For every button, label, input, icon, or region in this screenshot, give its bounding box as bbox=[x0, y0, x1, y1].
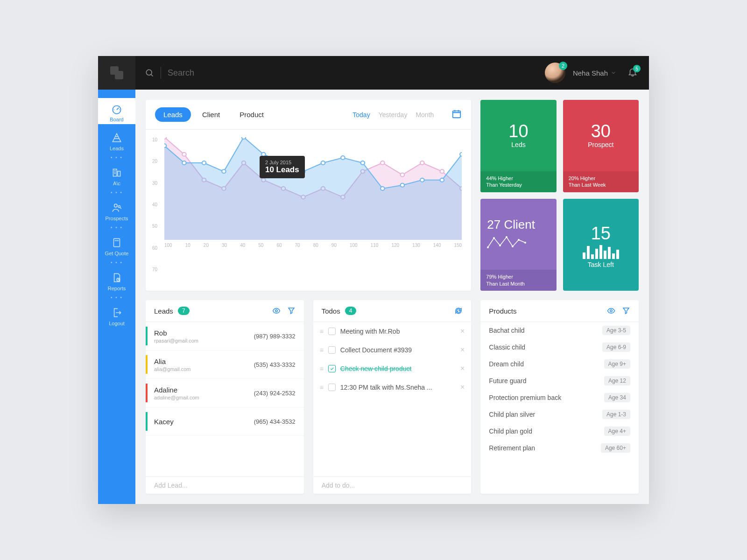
svg-point-4 bbox=[118, 206, 120, 208]
lead-item[interactable]: Alia alia@gmail.com (535) 433-3332 bbox=[146, 350, 304, 379]
drag-handle-icon[interactable]: ≡ bbox=[320, 346, 324, 354]
todo-text: Collect Document #3939 bbox=[340, 346, 456, 354]
eye-icon[interactable] bbox=[607, 307, 615, 315]
todo-item[interactable]: ≡ Meeting with Mr.Rob × bbox=[313, 322, 472, 341]
todo-checkbox[interactable] bbox=[328, 346, 336, 354]
user-name-label: Neha Shah bbox=[573, 69, 608, 77]
stat-card-0[interactable]: 10 Leds 44% HigherThan Yesterday bbox=[480, 100, 556, 192]
stat-value: 27 Client bbox=[487, 218, 535, 231]
product-item[interactable]: Child plan silver Age 1-3 bbox=[480, 406, 639, 423]
nav-separator: • • • bbox=[98, 258, 135, 267]
avatar-wrap[interactable]: 2 bbox=[545, 63, 565, 83]
sidebar-item-ac[interactable]: A\c bbox=[98, 162, 135, 188]
chart-panel: Leads Client Product Today Yesterday Mon… bbox=[146, 100, 471, 291]
product-name: Child plan silver bbox=[489, 411, 602, 418]
product-item[interactable]: Future guard Age 12 bbox=[480, 372, 639, 389]
svg-point-36 bbox=[401, 183, 404, 187]
range-yesterday[interactable]: Yesterday bbox=[379, 111, 408, 119]
product-age-tag: Age 6-9 bbox=[602, 343, 630, 352]
todos-header: Todos 4 bbox=[313, 300, 472, 322]
topbar: 2 Neha Shah 5 bbox=[98, 56, 649, 90]
product-item[interactable]: Bachat child Age 3-5 bbox=[480, 322, 639, 339]
lead-name: Kacey bbox=[154, 418, 254, 426]
range-month[interactable]: Month bbox=[416, 111, 434, 119]
refresh-icon[interactable] bbox=[454, 307, 463, 315]
todo-item[interactable]: ≡ 12:30 PM talk with Ms.Sneha ... × bbox=[313, 378, 472, 397]
product-item[interactable]: Child plan gold Age 4+ bbox=[480, 423, 639, 440]
lead-item[interactable]: Adaline adaline@gmail.com (243) 924-2532 bbox=[146, 379, 304, 407]
sidebar-item-prospects[interactable]: Prospects bbox=[98, 197, 135, 223]
chart-header: Leads Client Product Today Yesterday Mon… bbox=[146, 100, 471, 130]
svg-point-24 bbox=[164, 144, 166, 147]
search-area bbox=[135, 67, 545, 79]
sidebar-item-getquote[interactable]: Get Quote bbox=[98, 232, 135, 258]
close-icon[interactable]: × bbox=[460, 383, 465, 392]
sidebar-item-leads[interactable]: Leads bbox=[98, 127, 135, 153]
stat-card-3[interactable]: 15 Task Left bbox=[563, 199, 639, 291]
product-name: Child plan gold bbox=[489, 427, 604, 435]
svg-point-44 bbox=[512, 245, 514, 247]
drag-handle-icon[interactable]: ≡ bbox=[320, 384, 324, 391]
user-menu[interactable]: Neha Shah bbox=[573, 69, 616, 77]
sidebar-item-reports[interactable]: Reports bbox=[98, 267, 135, 293]
user-area: 2 Neha Shah 5 bbox=[545, 63, 649, 83]
svg-point-25 bbox=[182, 161, 186, 165]
sidebar: BoardLeads• • •A\c• • •Prospects• • •Get… bbox=[98, 90, 135, 504]
filter-icon[interactable] bbox=[622, 307, 630, 315]
product-name: Protection premium back bbox=[489, 394, 604, 401]
filter-icon[interactable] bbox=[287, 307, 296, 315]
todo-item[interactable]: ≡ Collect Document #3939 × bbox=[313, 341, 472, 359]
product-age-tag: Age 3-5 bbox=[602, 326, 630, 335]
todo-checkbox[interactable] bbox=[328, 328, 336, 335]
building-icon bbox=[111, 167, 123, 179]
tab-client[interactable]: Client bbox=[194, 107, 228, 122]
sparkline-icon bbox=[487, 233, 529, 250]
close-icon[interactable]: × bbox=[460, 327, 465, 336]
range-today[interactable]: Today bbox=[352, 111, 370, 119]
svg-point-40 bbox=[487, 246, 489, 248]
search-icon bbox=[145, 68, 154, 77]
product-item[interactable]: Dream child Age 9+ bbox=[480, 356, 639, 372]
add-todo-input[interactable]: Add to do... bbox=[313, 476, 472, 494]
lead-info: Kacey bbox=[154, 418, 254, 426]
svg-point-43 bbox=[506, 236, 507, 238]
drag-handle-icon[interactable]: ≡ bbox=[320, 365, 324, 372]
leads-actions bbox=[272, 307, 296, 315]
product-item[interactable]: Classic child Age 6-9 bbox=[480, 339, 639, 356]
add-lead-input[interactable]: Add Lead... bbox=[146, 476, 304, 494]
sidebar-item-logout[interactable]: Logout bbox=[98, 302, 135, 328]
close-icon[interactable]: × bbox=[460, 346, 465, 354]
notifications-button[interactable]: 5 bbox=[627, 67, 638, 79]
tab-leads[interactable]: Leads bbox=[155, 107, 191, 122]
lead-item[interactable]: Kacey (965) 434-3532 bbox=[146, 407, 304, 436]
tooltip-value: 10 Leads bbox=[265, 165, 299, 175]
product-item[interactable]: Retirement plan Age 60+ bbox=[480, 440, 639, 456]
product-item[interactable]: Protection premium back Age 34 bbox=[480, 389, 639, 406]
todos-actions bbox=[454, 307, 463, 315]
mini-bar-chart-icon bbox=[583, 244, 619, 259]
product-age-tag: Age 12 bbox=[604, 376, 630, 385]
todo-checkbox[interactable] bbox=[328, 365, 336, 372]
svg-point-37 bbox=[420, 178, 424, 182]
todo-checkbox[interactable] bbox=[328, 384, 336, 391]
stat-card-1[interactable]: 30 Prospect 20% HigherThan Last Week bbox=[563, 100, 639, 192]
calendar-button[interactable] bbox=[451, 109, 462, 120]
svg-point-42 bbox=[499, 245, 501, 246]
leads-title: Leads bbox=[154, 307, 173, 315]
nav-separator: • • • bbox=[98, 293, 135, 302]
svg-point-21 bbox=[420, 161, 424, 165]
eye-icon[interactable] bbox=[272, 307, 281, 315]
sidebar-item-board[interactable]: Board bbox=[98, 98, 135, 124]
lead-color-bar bbox=[146, 327, 148, 345]
todo-item[interactable]: ≡ Check new child product × bbox=[313, 359, 472, 378]
stat-card-2[interactable]: 27 Client 79% HigherThan Last Month bbox=[480, 199, 556, 291]
svg-point-38 bbox=[440, 178, 444, 182]
search-input[interactable] bbox=[168, 68, 308, 78]
close-icon[interactable]: × bbox=[460, 364, 465, 373]
divider bbox=[161, 67, 161, 79]
lead-item[interactable]: Rob rpasari@gmail.com (987) 989-3332 bbox=[146, 322, 304, 350]
drag-handle-icon[interactable]: ≡ bbox=[320, 328, 324, 335]
chart-svg bbox=[164, 137, 462, 240]
tab-product[interactable]: Product bbox=[231, 107, 272, 122]
products-panel: Products Bachat child Age 3-5Classic chi… bbox=[480, 300, 639, 494]
